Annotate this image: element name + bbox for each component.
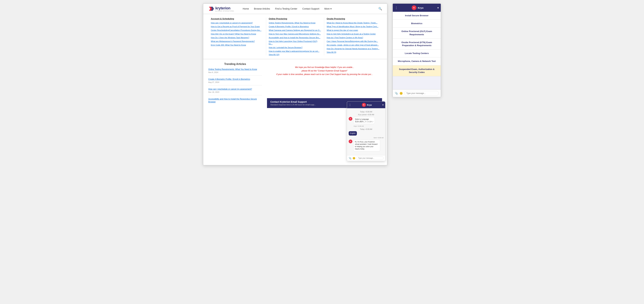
logo-sub: by DRAKE INTERNATIONAL xyxy=(215,10,234,12)
trending-link-1[interactable]: Create A Biometric Profile / Enroll in B… xyxy=(208,78,262,81)
trending-link-3[interactable]: Accessibility and How to Install the Res… xyxy=(208,98,262,103)
small-chat-window: ⋮ K Kryo ▾ Today • 8:08 AM Kryo joined •… xyxy=(347,101,386,161)
menu-item[interactable]: What to expect the day of your exam xyxy=(327,29,380,32)
small-chat-name: Kryo xyxy=(367,104,372,106)
menu-item[interactable]: What Cameras and Camera Settings are Req… xyxy=(269,29,321,32)
menu-item[interactable]: Are snacks, meals, drinks or any other t… xyxy=(327,44,380,46)
view-all-online[interactable]: View All (10) xyxy=(269,54,321,56)
menu-item[interactable]: How to Get Help Launching Your Online Pr… xyxy=(269,40,321,45)
trending-section: Trending Articles Online Testing Require… xyxy=(208,62,262,108)
support-notice-main: We hope you find our Knowledge Base help… xyxy=(270,66,379,68)
small-chat-input[interactable] xyxy=(356,156,384,160)
small-chat-header: ⋮ K Kryo ▾ xyxy=(347,102,385,108)
menu-item[interactable]: How to Get a Receipt as Proof of Payment… xyxy=(211,25,264,28)
menu-col-account: Account & Scheduling How can I reschedul… xyxy=(208,18,266,56)
expanded-collapse-icon[interactable]: ▾ xyxy=(438,6,439,10)
menu-item[interactable]: Online Testing Requirements: What You Ne… xyxy=(269,22,321,24)
chat-msg-bubble: Select a Language 言語を選択してください xyxy=(353,117,375,124)
trending-date-2: Dec 18, 2023 xyxy=(208,91,262,93)
support-notice: We hope you find our Knowledge Base help… xyxy=(267,62,382,80)
list-item: Create A Biometric Profile / Enroll in B… xyxy=(208,78,262,86)
trending-link-0[interactable]: Online Testing Requirements: What You Ne… xyxy=(208,68,262,71)
view-all-onsite[interactable]: View All (9) xyxy=(327,51,380,53)
page-layout: kryterion by DRAKE INTERNATIONAL Home Br… xyxy=(203,3,441,166)
expanded-menu-item-1[interactable]: Biometrics xyxy=(393,20,441,28)
expanded-avatar: K xyxy=(412,5,416,10)
small-chat-title: K Kryo xyxy=(362,103,372,107)
expanded-chat-options-icon[interactable]: ⋮ xyxy=(395,6,398,10)
menu-col-online-title: Online Proctoring xyxy=(269,18,321,20)
menu-item[interactable]: Accessibility and How to Install the Res… xyxy=(269,36,321,39)
menu-item[interactable]: How do I Find Testing Centers in My Area… xyxy=(327,36,380,39)
expanded-chat-window: ⋮ K Kryo ▾ Install Secure Browser Biomet… xyxy=(392,3,441,97)
nav-contact[interactable]: Contact Support xyxy=(302,8,319,10)
trending-date-0: Nov 6, 2024 xyxy=(208,71,262,73)
expanded-chat-input[interactable] xyxy=(404,91,439,96)
chat-bot-bubble: Hi, I'm Kryo, your Kryterion virtual ass… xyxy=(353,140,380,151)
menu-item[interactable]: How to Get Help Scheduling an Exam at a … xyxy=(327,33,380,35)
menu-col-onsite: Onsite Proctoring What Do I Need to Know… xyxy=(324,18,382,56)
menu-col-account-title: Account & Scheduling xyxy=(211,18,264,20)
small-chat-body: Today • 8:08 AM Kryo joined • 8:08 AM K … xyxy=(347,108,385,155)
chevron-down-icon: ▾ xyxy=(330,8,332,10)
kryterion-logo-icon xyxy=(208,6,214,12)
logo-text: kryterion by DRAKE INTERNATIONAL xyxy=(215,6,234,12)
nav-home[interactable]: Home xyxy=(243,8,249,10)
trending-title: Trending Articles xyxy=(208,62,262,66)
menu-item[interactable]: How Did I Do on the Exam? What You Need … xyxy=(211,33,264,35)
chat-joined: Kryo joined • 8:08 AM xyxy=(349,114,384,116)
support-notice-highlight: please fill out the "Contact Kryterion E… xyxy=(270,70,379,72)
expanded-menu-item-3[interactable]: Onsite Proctored (KTN) Exam Preparation … xyxy=(393,38,441,50)
menu-item[interactable]: How to enable your Mac's webcam/micropho… xyxy=(269,50,321,52)
nav-more[interactable]: More ▾ xyxy=(324,8,332,10)
expanded-menu-item-6[interactable]: Suspended Exam, Authorization & Security… xyxy=(393,66,441,76)
chat-bot-avatar: K xyxy=(349,140,352,143)
expanded-menu-item-4[interactable]: Locate Testing Centers xyxy=(393,50,441,58)
chat-options-icon[interactable]: ⋮ xyxy=(349,103,351,106)
menu-item[interactable]: What Do I Need to Know About the Onsite … xyxy=(327,22,380,24)
expanded-menu-list: Install Secure Browser Biometrics Online… xyxy=(393,12,441,89)
nav-browse[interactable]: Browse Articles xyxy=(254,8,270,10)
menu-item[interactable]: Create A Biometric Profile / Enroll in B… xyxy=(269,25,321,28)
menu-item[interactable]: What are Webassessor's Password Requirem… xyxy=(211,40,264,42)
expanded-menu-item-0[interactable]: Install Secure Browser xyxy=(393,12,441,20)
mega-menu: Account & Scheduling How can I reschedul… xyxy=(203,14,387,59)
expanded-chat-header: ⋮ K Kryo ▾ xyxy=(393,4,441,12)
support-notice-sub: If your matter is time sensitive, please… xyxy=(270,73,379,76)
chat-time-1: Today • 8:08 AM xyxy=(349,111,384,113)
menu-item[interactable]: How can I reschedule or cancel my assess… xyxy=(211,22,264,24)
nav-find[interactable]: Find a Testing Center xyxy=(275,8,297,10)
menu-item[interactable]: How do I uninstall the Secure Browser? xyxy=(269,46,321,49)
chat-sent-bubble: English xyxy=(349,131,357,136)
search-icon[interactable]: 🔍 xyxy=(378,7,382,10)
menu-item[interactable]: How Do I Open the Windows Task Manager? xyxy=(211,36,264,39)
chat-message: K Select a Language 言語を選択してください xyxy=(349,117,384,124)
expanded-chat-name: Kryo xyxy=(418,6,424,9)
chat-message-sent: English xyxy=(349,131,384,136)
menu-item[interactable]: How to Test your Mac Camera and Micropho… xyxy=(269,33,321,35)
chat-msg-avatar: K xyxy=(349,117,352,121)
navbar: kryterion by DRAKE INTERNATIONAL Home Br… xyxy=(203,4,387,14)
menu-item[interactable]: Can I Have Personal Items/Belongings wit… xyxy=(327,40,380,42)
logo-name: kryterion xyxy=(215,6,234,10)
menu-item[interactable]: How Do I Arrange for Special Needs Assis… xyxy=(327,48,380,50)
menu-item[interactable]: Center Rescheduling/Cancellation Procedu… xyxy=(211,29,264,32)
chat-kryo-meta: Kryo • 8:08 AM xyxy=(354,125,384,127)
nav-links: Home Browse Articles Find a Testing Cent… xyxy=(243,8,373,10)
menu-item[interactable]: What Type of Identification Must I Bring… xyxy=(327,25,380,28)
expanded-attachment-icon[interactable]: 📎 xyxy=(395,92,398,95)
logo-area: kryterion by DRAKE INTERNATIONAL xyxy=(208,6,234,12)
list-item: Accessibility and How to Install the Res… xyxy=(208,98,262,106)
trending-link-2[interactable]: How can I reschedule or cancel my assess… xyxy=(208,88,262,90)
chat-collapse-icon[interactable]: ▾ xyxy=(382,104,384,106)
expanded-emoji-icon[interactable]: 🙂 xyxy=(400,92,403,95)
emoji-icon[interactable]: 🙂 xyxy=(352,157,355,160)
expanded-menu-item-5[interactable]: Microphone, Camera & Network Test xyxy=(393,58,441,65)
browser-window: kryterion by DRAKE INTERNATIONAL Home Br… xyxy=(203,3,388,166)
menu-item[interactable]: Error Code 200: What You Need to Know xyxy=(211,44,264,46)
expanded-chat-footer: 📎 🙂 xyxy=(393,89,441,97)
nav-more-label: More xyxy=(324,8,330,10)
attachment-icon[interactable]: 📎 xyxy=(349,157,352,160)
expanded-menu-item-2[interactable]: Online Proctored (OLP) Exam Requirements xyxy=(393,28,441,38)
menu-col-onsite-title: Onsite Proctoring xyxy=(327,18,380,20)
